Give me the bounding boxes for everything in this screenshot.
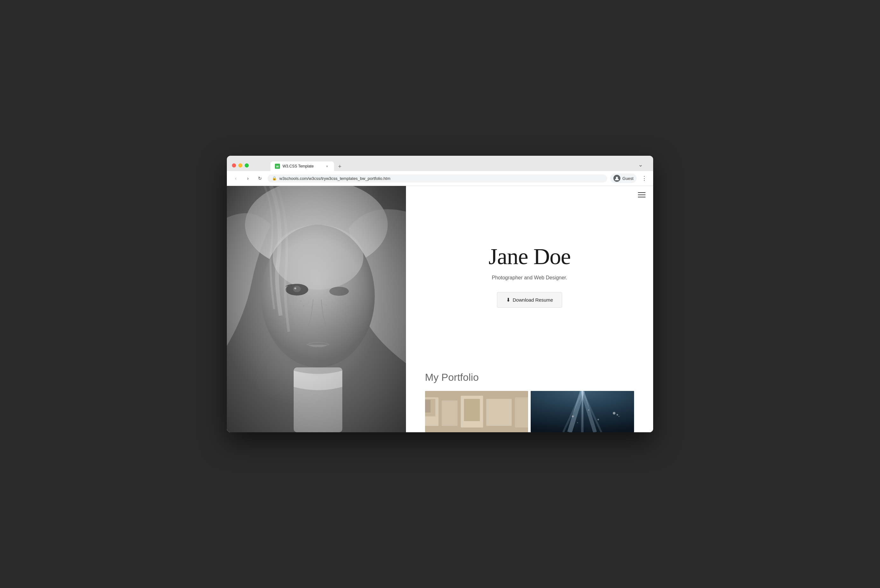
svg-point-9	[303, 305, 304, 306]
svg-point-34	[618, 416, 620, 417]
tab-close-button[interactable]: ×	[325, 164, 329, 169]
profile-name: Guest	[622, 176, 633, 181]
url-text: w3schools.com/w3css/tryw3css_templates_b…	[279, 176, 603, 181]
svg-point-4	[273, 225, 364, 290]
download-resume-button[interactable]: ⬇ Download Resume	[497, 292, 563, 308]
traffic-light-yellow[interactable]	[238, 164, 242, 168]
portfolio-item-2[interactable]	[531, 391, 634, 432]
svg-point-30	[597, 419, 599, 420]
forward-button[interactable]: ›	[244, 174, 252, 183]
svg-point-10	[308, 302, 308, 303]
new-tab-button[interactable]: +	[335, 162, 344, 171]
portrait-photo	[227, 186, 406, 432]
svg-point-32	[613, 412, 615, 414]
address-bar[interactable]: 🔒 w3schools.com/w3css/tryw3css_templates…	[268, 174, 607, 183]
title-bar: w W3.CSS Template × + ⌄	[227, 156, 653, 171]
svg-rect-26	[425, 391, 528, 432]
download-icon: ⬇	[506, 297, 510, 303]
svg-point-11	[311, 307, 312, 308]
svg-point-8	[329, 287, 349, 296]
hamburger-menu-button[interactable]	[638, 192, 645, 197]
traffic-light-red[interactable]	[232, 164, 236, 168]
traffic-light-green[interactable]	[245, 164, 249, 168]
portfolio-title: My Portfolio	[425, 372, 634, 383]
active-tab[interactable]: w W3.CSS Template ×	[271, 162, 334, 171]
portfolio-item-1[interactable]	[425, 391, 528, 432]
svg-point-14	[300, 300, 301, 302]
browser-chrome: w W3.CSS Template × + ⌄ ‹ › ↻ 🔒	[227, 156, 653, 186]
content-panel: Jane Doe Photographer and Web Designer. …	[406, 186, 653, 432]
back-button[interactable]: ‹	[231, 174, 240, 183]
hamburger-line-3	[638, 197, 645, 197]
svg-point-13	[321, 300, 322, 301]
svg-point-6	[293, 286, 301, 292]
svg-point-33	[617, 414, 618, 416]
svg-point-7	[294, 287, 296, 289]
profile-icon	[614, 175, 620, 182]
hero-section: Jane Doe Photographer and Web Designer. …	[406, 186, 653, 359]
tab-title: W3.CSS Template	[283, 164, 322, 168]
website-content: Jane Doe Photographer and Web Designer. …	[227, 186, 653, 432]
svg-point-31	[577, 422, 578, 423]
svg-point-28	[572, 416, 574, 417]
hero-name: Jane Doe	[488, 243, 570, 270]
more-options-button[interactable]: ⋮	[640, 174, 649, 183]
portfolio-grid	[425, 391, 634, 432]
tab-favicon: w	[275, 164, 280, 169]
hamburger-line-1	[638, 192, 645, 193]
tabs-bar: w W3.CSS Template × +	[251, 159, 344, 171]
browser-window: w W3.CSS Template × + ⌄ ‹ › ↻ 🔒	[227, 156, 653, 432]
refresh-button[interactable]: ↻	[256, 174, 265, 183]
svg-rect-15	[294, 368, 342, 432]
tab-menu-button[interactable]: ⌄	[638, 161, 643, 168]
svg-rect-1	[227, 186, 406, 432]
svg-point-5	[286, 284, 308, 296]
svg-point-12	[325, 304, 327, 306]
svg-point-2	[245, 186, 388, 270]
photo-panel	[227, 186, 406, 432]
download-resume-label: Download Resume	[513, 297, 553, 303]
svg-rect-16	[227, 186, 406, 432]
lock-icon: 🔒	[272, 176, 277, 180]
svg-rect-27	[531, 391, 634, 432]
profile-button[interactable]: Guest	[610, 174, 636, 183]
browser-toolbar: ‹ › ↻ 🔒 w3schools.com/w3css/tryw3css_tem…	[227, 171, 653, 186]
svg-point-3	[261, 225, 375, 368]
portrait-svg	[227, 186, 406, 432]
hero-subtitle: Photographer and Web Designer.	[492, 275, 567, 280]
portfolio-section: My Portfolio	[406, 359, 653, 432]
hamburger-line-2	[638, 195, 645, 195]
traffic-lights	[232, 164, 249, 168]
svg-point-29	[588, 410, 590, 411]
